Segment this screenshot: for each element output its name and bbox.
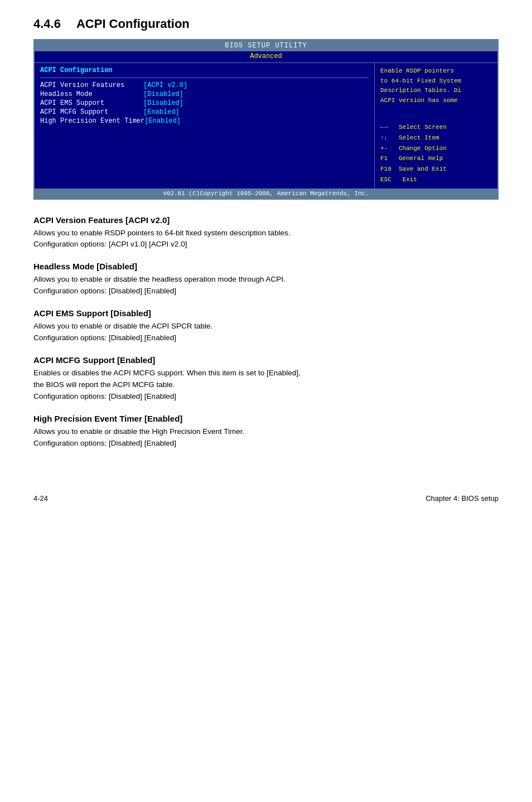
doc-section-2: ACPI EMS Support [Disabled] Allows you t… — [33, 308, 499, 344]
doc-body-3: Enables or disables the ACPI MCFG suppor… — [33, 368, 499, 403]
doc-section-1: Headless Mode [Disabled] Allows you to e… — [33, 262, 499, 297]
bios-item-row[interactable]: High Precision Event Timer [Enabled] — [40, 117, 369, 125]
bios-item-value-0: [ACPI v2.0] — [143, 81, 187, 89]
doc-section-4: High Precision Event Timer [Enabled] All… — [33, 414, 499, 450]
doc-heading-4: High Precision Event Timer [Enabled] — [33, 414, 499, 423]
shortcut-row-1: ↑↓ Select Item — [380, 133, 492, 143]
shortcut-row-4: F10 Save and Exit — [380, 164, 492, 175]
bios-help-text: Enable RSDP pointers to 64-bit Fixed Sys… — [380, 66, 492, 105]
bios-item-row[interactable]: Headless Mode [Disabled] — [40, 90, 369, 98]
bios-item-row[interactable]: ACPI EMS Support [Disabled] — [40, 99, 369, 107]
bios-item-value-1: [Disabled] — [143, 90, 183, 98]
bios-header: BIOS SETUP UTILITY — [35, 40, 497, 51]
doc-body-4: Allows you to enable or disable the High… — [33, 426, 499, 450]
bios-item-label-4: High Precision Event Timer — [40, 117, 144, 125]
bios-left-panel: ACPI Configuration ACPI Version Features… — [35, 63, 375, 189]
doc-section-0: ACPI Version Features [ACPI v2.0] Allows… — [33, 215, 499, 251]
doc-sections: ACPI Version Features [ACPI v2.0] Allows… — [33, 215, 499, 450]
bios-item-label-0: ACPI Version Features — [40, 81, 143, 89]
footer-chapter: Chapter 4: BIOS setup — [425, 494, 499, 503]
page-footer: 4-24 Chapter 4: BIOS setup — [33, 494, 499, 503]
doc-body-0: Allows you to enable RSDP pointers to 64… — [33, 228, 499, 251]
bios-item-label-2: ACPI EMS Support — [40, 99, 143, 107]
doc-heading-2: ACPI EMS Support [Disabled] — [33, 308, 499, 318]
bios-footer: v02.61 (C)Copyright 1985-2006, American … — [35, 189, 497, 199]
bios-right-panel: Enable RSDP pointers to 64-bit Fixed Sys… — [375, 63, 497, 189]
doc-section-3: ACPI MCFG Support [Enabled] Enables or d… — [33, 355, 499, 403]
bios-shortcuts: ←→ Select Screen ↑↓ Select Item +- Chang… — [380, 122, 492, 185]
bios-content: ACPI Configuration ACPI Version Features… — [35, 63, 497, 189]
bios-item-row[interactable]: ACPI MCFG Support [Enabled] — [40, 108, 369, 116]
shortcut-row-3: F1 General Help — [380, 153, 492, 164]
page-title: 4.4.6ACPI Configuration — [33, 17, 499, 31]
bios-item-value-4: [Enabled] — [144, 117, 181, 125]
doc-body-1: Allows you to enable or disable the head… — [33, 274, 499, 297]
shortcut-row-0: ←→ Select Screen — [380, 122, 492, 133]
doc-heading-0: ACPI Version Features [ACPI v2.0] — [33, 215, 499, 225]
bios-item-value-2: [Disabled] — [143, 99, 183, 107]
bios-nav-row: Advanced — [35, 51, 497, 63]
shortcut-row-2: +- Change Option — [380, 143, 492, 154]
doc-heading-3: ACPI MCFG Support [Enabled] — [33, 355, 499, 365]
bios-section-title: ACPI Configuration — [40, 66, 369, 74]
bios-nav-advanced[interactable]: Advanced — [250, 52, 282, 60]
bios-item-label-3: ACPI MCFG Support — [40, 108, 143, 116]
doc-body-2: Allows you to enable or disable the ACPI… — [33, 321, 499, 344]
shortcut-row-5: ESC Exit — [380, 175, 492, 185]
doc-heading-1: Headless Mode [Disabled] — [33, 262, 499, 271]
bios-item-row[interactable]: ACPI Version Features [ACPI v2.0] — [40, 81, 369, 89]
bios-item-value-3: [Enabled] — [143, 108, 180, 116]
bios-setup-box: BIOS SETUP UTILITY Advanced ACPI Configu… — [33, 39, 499, 200]
footer-page-num: 4-24 — [33, 494, 48, 503]
bios-item-label-1: Headless Mode — [40, 90, 143, 98]
